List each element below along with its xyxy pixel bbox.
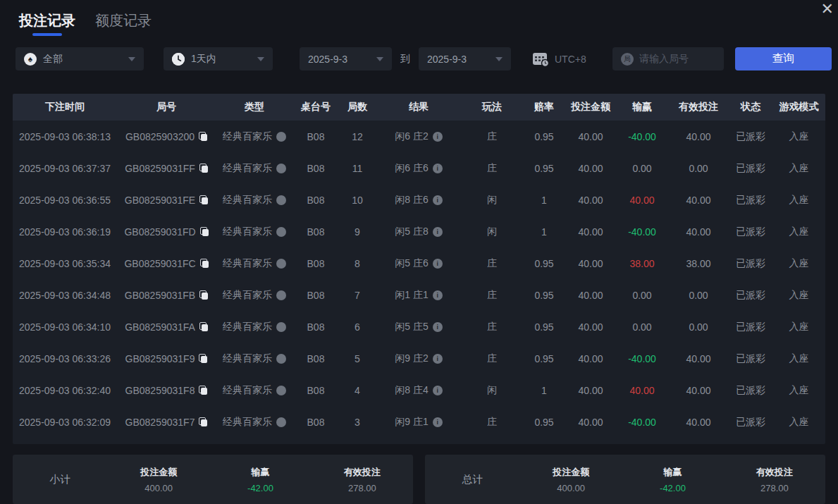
cell-win-loss-text: 40.00 bbox=[629, 195, 654, 206]
cell-bet-amount: 40.00 bbox=[565, 163, 616, 174]
time-range-value: 1天内 bbox=[191, 53, 216, 66]
close-icon[interactable]: ✕ bbox=[821, 1, 834, 17]
cell-table-number: B08 bbox=[293, 163, 338, 174]
date-to-dropdown[interactable]: 2025-9-3 bbox=[419, 47, 511, 70]
result-info-icon[interactable]: i bbox=[433, 417, 443, 427]
copy-icon[interactable] bbox=[200, 259, 209, 268]
date-from-dropdown[interactable]: 2025-9-3 bbox=[300, 47, 392, 70]
cell-table-number-text: B08 bbox=[307, 385, 325, 396]
cell-status-text: 已派彩 bbox=[736, 416, 765, 429]
chevron-down-icon bbox=[257, 57, 264, 61]
cell-table-number: B08 bbox=[293, 226, 338, 238]
cell-bet-amount-text: 40.00 bbox=[578, 417, 603, 428]
cell-bet-amount-text: 40.00 bbox=[578, 321, 603, 333]
cell-win-loss-text: 0.00 bbox=[632, 290, 651, 301]
cell-valid-bet-text: 0.00 bbox=[689, 163, 708, 174]
copy-icon[interactable] bbox=[199, 164, 208, 173]
cell-status-text: 已派彩 bbox=[736, 257, 765, 270]
cell-game-mode-text: 入座 bbox=[789, 194, 809, 207]
game-type-value: 全部 bbox=[43, 53, 63, 66]
column-header-0: 下注时间 bbox=[13, 101, 117, 113]
cell-round-id: GB08259031F9 bbox=[117, 353, 216, 364]
cell-table-number: B08 bbox=[293, 290, 338, 301]
cell-game-number: 7 bbox=[338, 290, 376, 301]
column-header-3: 桌台号 bbox=[293, 101, 338, 113]
cell-game-type: 经典百家乐 bbox=[216, 162, 293, 175]
cell-game-mode: 入座 bbox=[772, 194, 825, 207]
cell-round-id: GB08259031FE bbox=[117, 195, 216, 206]
result-info-icon[interactable]: i bbox=[433, 132, 443, 142]
cell-status: 已派彩 bbox=[729, 289, 772, 302]
cell-bet-amount-text: 40.00 bbox=[578, 290, 603, 301]
cell-status: 已派彩 bbox=[729, 352, 772, 365]
copy-icon[interactable] bbox=[199, 417, 207, 426]
cell-play-type-text: 闲 bbox=[487, 384, 497, 397]
cell-table-number-text: B08 bbox=[307, 258, 325, 269]
copy-icon[interactable] bbox=[199, 290, 208, 300]
game-type-icon[interactable] bbox=[276, 417, 286, 427]
cell-result: 闲5 庄6i bbox=[376, 257, 461, 270]
cell-bet-time-text: 2025-09-03 06:36:19 bbox=[19, 226, 111, 238]
cell-game-number-text: 6 bbox=[355, 321, 360, 333]
cell-odds: 1 bbox=[523, 385, 565, 396]
tab-bet-records[interactable]: 投注记录 bbox=[19, 11, 75, 37]
result-info-icon[interactable]: i bbox=[433, 354, 443, 364]
game-type-icon[interactable] bbox=[276, 322, 286, 332]
table-row: 2025-09-03 06:32:09GB08259031F7经典百家乐B083… bbox=[13, 406, 825, 438]
subtotal-bet-label: 投注金额 bbox=[108, 466, 209, 479]
query-button[interactable]: 查询 bbox=[735, 47, 832, 70]
copy-icon[interactable] bbox=[199, 354, 207, 363]
cell-win-loss: -40.00 bbox=[616, 417, 668, 428]
cell-valid-bet-text: 0.00 bbox=[689, 290, 708, 301]
result-info-icon[interactable]: i bbox=[433, 164, 443, 173]
game-type-icon[interactable] bbox=[276, 132, 286, 142]
copy-icon[interactable] bbox=[199, 322, 208, 331]
cell-valid-bet: 0.00 bbox=[668, 163, 729, 174]
cell-round-id: GB08259031FD bbox=[117, 226, 216, 238]
cell-round-id-text: GB08259031FF bbox=[125, 163, 195, 174]
total-bet-value: 400.00 bbox=[520, 483, 622, 493]
result-info-icon[interactable]: i bbox=[433, 195, 443, 205]
game-type-icon[interactable] bbox=[276, 386, 286, 395]
cell-table-number-text: B08 bbox=[307, 417, 325, 428]
game-type-icon[interactable] bbox=[276, 259, 286, 269]
cell-bet-time-text: 2025-09-03 06:35:34 bbox=[19, 258, 111, 269]
cell-bet-amount: 40.00 bbox=[565, 290, 616, 301]
cell-bet-amount-text: 40.00 bbox=[578, 131, 603, 142]
game-type-icon[interactable] bbox=[276, 195, 286, 205]
cell-table-number: B08 bbox=[293, 417, 338, 428]
cell-odds: 0.95 bbox=[523, 321, 565, 333]
copy-icon[interactable] bbox=[199, 386, 207, 395]
column-header-12: 游戏模式 bbox=[772, 101, 825, 113]
cell-round-id: GB0825903200 bbox=[117, 131, 216, 142]
cell-play-type: 庄 bbox=[461, 130, 523, 143]
result-info-icon[interactable]: i bbox=[433, 227, 443, 237]
copy-icon[interactable] bbox=[200, 227, 209, 236]
tab-quota-records[interactable]: 额度记录 bbox=[95, 11, 152, 37]
game-type-dropdown[interactable]: ♠ 全部 bbox=[16, 47, 144, 70]
result-info-icon[interactable]: i bbox=[433, 386, 443, 395]
copy-icon[interactable] bbox=[199, 195, 208, 204]
subtotal-card: 小计 投注金额 400.00 输赢 -42.00 有效投注 278.00 bbox=[13, 455, 413, 504]
cell-game-mode: 入座 bbox=[772, 162, 825, 175]
game-type-icon[interactable] bbox=[276, 290, 286, 300]
game-type-icon[interactable] bbox=[276, 354, 286, 364]
subtotal-win-value: -42.00 bbox=[209, 483, 311, 493]
cell-status-text: 已派彩 bbox=[736, 130, 765, 143]
game-type-icon[interactable] bbox=[276, 227, 286, 237]
table-body: 2025-09-03 06:38:13GB0825903200经典百家乐B081… bbox=[13, 121, 825, 438]
cell-round-id-text: GB08259031FE bbox=[125, 195, 195, 206]
copy-icon[interactable] bbox=[199, 132, 207, 141]
cell-odds: 1 bbox=[523, 226, 565, 238]
result-info-icon[interactable]: i bbox=[433, 290, 443, 300]
cell-game-type: 经典百家乐 bbox=[216, 289, 293, 302]
cell-result-text: 闲5 庄5 bbox=[395, 321, 428, 333]
cell-odds-text: 0.95 bbox=[534, 163, 553, 174]
round-number-input[interactable]: 局 请输入局号 bbox=[612, 47, 724, 70]
cell-game-number-text: 11 bbox=[352, 163, 363, 174]
time-range-dropdown[interactable]: 1天内 bbox=[164, 47, 273, 70]
game-type-icon[interactable] bbox=[276, 164, 286, 173]
result-info-icon[interactable]: i bbox=[433, 322, 443, 332]
cell-result: 闲8 庄6i bbox=[376, 194, 461, 207]
result-info-icon[interactable]: i bbox=[433, 259, 443, 269]
